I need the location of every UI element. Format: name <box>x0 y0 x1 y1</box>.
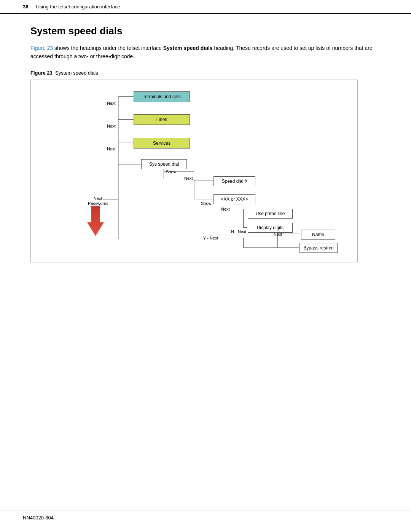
label-next4: Next <box>184 176 193 181</box>
node-terminals-label: Terminals and sets <box>143 94 181 99</box>
section-title: System speed dials <box>30 25 381 37</box>
header-text: Using the telset configuration interface <box>36 4 120 10</box>
diagram-box: Terminals and sets Lines Services Sys sp… <box>30 80 358 262</box>
label-next2: Next <box>107 124 116 128</box>
figure-caption: System speed dials <box>55 70 98 76</box>
page-number: 36 <box>23 4 28 10</box>
label-n-next: N - Next <box>231 229 246 234</box>
label-passwords: Passwords <box>88 201 108 206</box>
page-footer: NN40020-604 <box>0 511 411 524</box>
node-sys-speed-label: Sys speed dial <box>149 161 179 167</box>
node-xx-xxx-label: <XX or XXX> <box>221 197 248 202</box>
label-show1: Show <box>166 169 177 174</box>
node-services: Services <box>134 138 190 149</box>
page-header: 36 Using the telset configuration interf… <box>0 0 411 14</box>
node-display-digits: Display digits <box>248 223 293 233</box>
node-speed-dial-num: Speed dial # <box>213 176 255 186</box>
figure-link[interactable]: Figure 23 <box>30 45 53 51</box>
figure-label: Figure 23 System speed dials <box>30 70 381 76</box>
label-next-passwords: Next <box>94 196 102 201</box>
label-show2: Show <box>201 201 212 206</box>
intro-paragraph: Figure 23 shows the headings under the t… <box>30 44 381 61</box>
node-lines-label: Lines <box>156 117 167 122</box>
label-next1: Next <box>107 101 116 105</box>
node-name-label: Name <box>312 232 324 237</box>
node-name: Name <box>301 230 335 240</box>
node-speed-dial-num-label: Speed dial # <box>222 179 247 184</box>
page-content: System speed dials Figure 23 shows the h… <box>0 14 411 274</box>
node-lines: Lines <box>134 114 190 125</box>
node-terminals: Terminals and sets <box>134 91 190 102</box>
node-sys-speed: Sys speed dial <box>141 159 187 169</box>
label-y-next: Y - Next <box>203 236 218 240</box>
intro-text-after-link: shows the headings under the telset inte… <box>53 45 163 51</box>
arrow-down <box>87 206 104 236</box>
intro-bold: System speed dials <box>163 45 213 51</box>
node-display-digits-label: Display digits <box>257 225 284 230</box>
node-services-label: Services <box>153 141 170 146</box>
node-use-prime: Use prime line <box>248 209 293 219</box>
label-next5: Next <box>221 207 230 211</box>
node-use-prime-label: Use prime line <box>256 211 285 216</box>
node-bypass: Bypass restrcn <box>299 243 338 253</box>
label-next6: Next <box>274 232 282 236</box>
footer-text: NN40020-604 <box>23 515 54 521</box>
label-next3: Next <box>107 147 116 151</box>
node-bypass-label: Bypass restrcn <box>303 245 333 251</box>
node-xx-xxx: <XX or XXX> <box>213 194 255 204</box>
figure-label-bold: Figure 23 <box>30 70 55 76</box>
